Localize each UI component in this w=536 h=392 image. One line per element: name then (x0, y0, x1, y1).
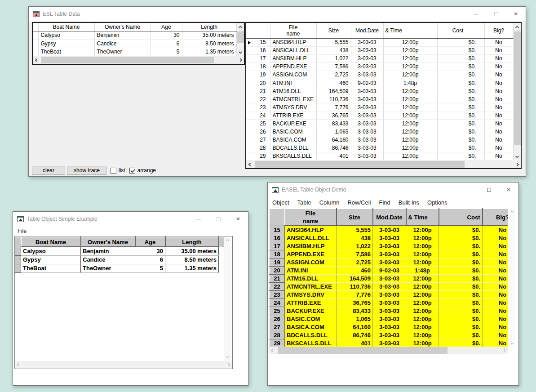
cell-date[interactable]: 3-03-03 (351, 62, 383, 71)
cell-big[interactable]: No (484, 79, 513, 87)
cell-big[interactable]: No (484, 144, 513, 152)
cell-filename[interactable]: ASSIGN.COM (285, 258, 337, 266)
cell-time[interactable]: 12:00p (383, 87, 437, 95)
cell-cost[interactable]: $0. (439, 274, 483, 282)
cell-length[interactable]: 1.35 meters (182, 48, 236, 56)
cell-size[interactable]: 83,433 (316, 120, 351, 128)
cell-age[interactable]: 30 (151, 31, 182, 40)
scroll-right-button[interactable] (500, 347, 508, 354)
cell-size[interactable]: 1,065 (316, 128, 351, 136)
row-selector[interactable] (33, 40, 38, 48)
corner-cell[interactable] (270, 209, 285, 226)
cell-time[interactable]: 12:00p (406, 323, 439, 331)
scrollbar-track[interactable] (277, 347, 500, 354)
minimize-button[interactable] (466, 7, 486, 21)
row-selector[interactable] (33, 31, 38, 40)
vertical-scrollbar[interactable] (237, 23, 244, 56)
cell-cost[interactable]: $0. (439, 258, 483, 266)
row-number[interactable]: 15 (270, 226, 285, 234)
cell-filename[interactable]: ATMSYS.DRV (270, 103, 316, 111)
cell-time[interactable]: 12:00p (406, 234, 439, 242)
cell-time[interactable]: 12:00p (383, 111, 437, 120)
cell-size[interactable]: 7,776 (337, 290, 373, 298)
cell-filename[interactable]: ATMCNTRL.EXE (270, 95, 316, 103)
clear-button[interactable]: clear (32, 166, 65, 175)
cell-size[interactable]: 64,160 (337, 323, 373, 331)
cell-filename[interactable]: ANSICALL.DLL (285, 234, 337, 242)
scrollbar-thumb[interactable] (278, 347, 447, 354)
cell-date[interactable]: 3-03-03 (373, 290, 406, 298)
cell-time[interactable]: 12:00p (383, 128, 437, 136)
col-header-age[interactable]: Age (135, 237, 165, 247)
cell-time[interactable]: 12:00p (406, 274, 439, 282)
cell-cost[interactable]: $0. (437, 128, 484, 136)
row-number[interactable]: 18 (270, 250, 285, 258)
cell-size[interactable]: 7,586 (316, 62, 351, 71)
col-header-size[interactable]: Size (337, 209, 373, 226)
scroll-left-button[interactable] (269, 347, 277, 354)
row-number[interactable]: 28 (246, 144, 270, 152)
cell-cost[interactable]: $0. (437, 46, 484, 54)
cell-size[interactable]: 7,776 (316, 103, 351, 111)
cell-time[interactable]: 12:00p (406, 250, 439, 258)
cell-size[interactable]: 64,160 (316, 136, 351, 144)
col-header-boat-name[interactable]: Boat Name (21, 237, 81, 247)
cell-size[interactable]: 1,022 (316, 54, 351, 62)
col-header-owner-name[interactable]: Owner's Name (81, 237, 135, 247)
scroll-up-button[interactable] (224, 236, 231, 244)
cell-filename[interactable]: BDCALLS.DLL (270, 144, 316, 152)
cell-cost[interactable]: $0. (439, 307, 483, 315)
scroll-up-button[interactable] (514, 23, 521, 31)
row-number[interactable]: 22 (270, 282, 285, 290)
scroll-left-button[interactable] (246, 160, 254, 168)
menu-row-cell[interactable]: Row/Cell (343, 199, 375, 206)
cell-time[interactable]: 12:00p (406, 331, 439, 339)
cell-big[interactable]: No (483, 331, 508, 339)
cell-cost[interactable]: $0. (437, 87, 484, 95)
scroll-down-button[interactable] (514, 153, 521, 160)
cell-length[interactable]: 8.50 meters (165, 255, 219, 264)
cell-boat-name[interactable]: Calypso (21, 247, 81, 255)
menu-built-ins[interactable]: Built-ins (394, 199, 423, 206)
scroll-right-button[interactable] (236, 56, 244, 64)
cell-big[interactable]: No (483, 307, 508, 315)
row-selector[interactable] (15, 264, 21, 272)
cell-date[interactable]: 3-03-03 (351, 38, 383, 46)
cell-big[interactable]: No (484, 46, 513, 54)
cell-size[interactable]: 2,725 (337, 258, 373, 266)
cell-size[interactable]: 36,765 (316, 111, 351, 120)
cell-cost[interactable]: $0. (439, 290, 483, 298)
cell-time[interactable]: 12:00p (383, 38, 437, 46)
cell-filename[interactable]: ATM.INI (270, 79, 316, 87)
titlebar[interactable]: ESL Table Data ✕ (29, 7, 526, 21)
cell-big[interactable]: No (484, 128, 513, 136)
row-number[interactable]: 18 (246, 62, 270, 71)
vertical-scrollbar[interactable] (514, 23, 521, 160)
titlebar[interactable]: EASEL Table Object Demo ✕ (268, 183, 518, 197)
cell-cost[interactable]: $0. (437, 38, 484, 46)
cell-cost[interactable]: $0. (439, 234, 483, 242)
cell-big[interactable]: No (484, 120, 513, 128)
minimize-button[interactable] (189, 212, 208, 226)
menu-object[interactable]: Object (272, 199, 293, 206)
cell-date[interactable]: 3-03-03 (351, 71, 383, 79)
cell-big[interactable]: No (483, 266, 508, 274)
scroll-up-button[interactable] (509, 208, 515, 214)
cell-big[interactable]: No (483, 242, 508, 250)
cell-owner-name[interactable]: Candice (94, 40, 151, 48)
cell-size[interactable]: 438 (337, 234, 373, 242)
list-checkbox-label[interactable]: list (119, 167, 125, 174)
scrollbar-track[interactable] (509, 214, 515, 340)
cell-filename[interactable]: ASSIGN.COM (270, 71, 316, 79)
row-number[interactable]: 27 (246, 136, 270, 144)
cell-cost[interactable]: $0. (439, 242, 483, 250)
cell-filename[interactable]: ATMSYS.DRV (285, 290, 337, 298)
cell-big[interactable]: No (484, 103, 513, 111)
cell-cost[interactable]: $0. (437, 62, 484, 71)
menu-options[interactable]: Options (423, 199, 452, 206)
cell-size[interactable]: 83,433 (337, 307, 373, 315)
cell-size[interactable]: 5,555 (337, 226, 373, 234)
col-header-big[interactable]: Big? (483, 209, 508, 226)
cell-date[interactable]: 3-03-03 (373, 234, 406, 242)
cell-filename[interactable]: BASICA.COM (270, 136, 316, 144)
